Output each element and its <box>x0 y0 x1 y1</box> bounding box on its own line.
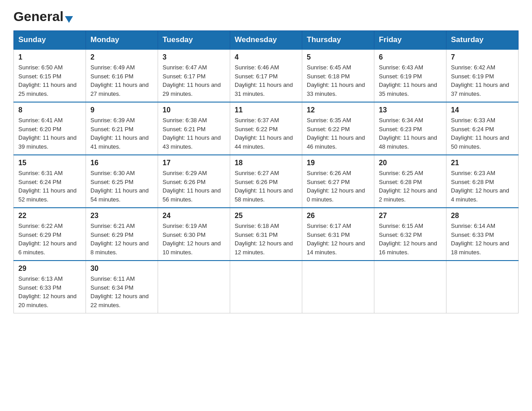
logo-triangle-icon <box>65 16 73 23</box>
week-row-3: 15Sunrise: 6:31 AMSunset: 6:24 PMDayligh… <box>14 155 519 208</box>
day-number: 16 <box>90 159 153 167</box>
day-info: Sunrise: 6:47 AMSunset: 6:17 PMDaylight:… <box>163 63 225 98</box>
day-info: Sunrise: 6:11 AMSunset: 6:34 PMDaylight:… <box>90 274 153 309</box>
day-info: Sunrise: 6:35 AMSunset: 6:22 PMDaylight:… <box>307 116 369 151</box>
day-number: 10 <box>163 106 225 114</box>
day-info: Sunrise: 6:34 AMSunset: 6:23 PMDaylight:… <box>379 116 442 151</box>
logo-general: General <box>13 9 64 24</box>
day-info: Sunrise: 6:17 AMSunset: 6:31 PMDaylight:… <box>307 222 369 257</box>
day-info: Sunrise: 6:31 AMSunset: 6:24 PMDaylight:… <box>18 169 81 204</box>
weekday-header-thursday: Thursday <box>302 31 374 50</box>
day-cell-22: 22Sunrise: 6:22 AMSunset: 6:29 PMDayligh… <box>14 208 86 261</box>
day-cell-11: 11Sunrise: 6:37 AMSunset: 6:22 PMDayligh… <box>230 102 302 155</box>
day-number: 24 <box>163 212 225 220</box>
day-info: Sunrise: 6:15 AMSunset: 6:32 PMDaylight:… <box>379 222 442 257</box>
empty-cell <box>374 261 446 313</box>
day-cell-6: 6Sunrise: 6:43 AMSunset: 6:19 PMDaylight… <box>374 49 446 102</box>
day-number: 12 <box>307 106 369 114</box>
day-number: 3 <box>163 53 225 61</box>
day-info: Sunrise: 6:22 AMSunset: 6:29 PMDaylight:… <box>18 222 81 257</box>
day-cell-4: 4Sunrise: 6:46 AMSunset: 6:17 PMDaylight… <box>230 49 302 102</box>
weekday-header-monday: Monday <box>86 31 158 50</box>
day-cell-21: 21Sunrise: 6:23 AMSunset: 6:28 PMDayligh… <box>446 155 519 208</box>
day-cell-20: 20Sunrise: 6:25 AMSunset: 6:28 PMDayligh… <box>374 155 446 208</box>
week-row-5: 29Sunrise: 6:13 AMSunset: 6:33 PMDayligh… <box>14 261 519 313</box>
day-cell-29: 29Sunrise: 6:13 AMSunset: 6:33 PMDayligh… <box>14 261 86 313</box>
weekday-header-saturday: Saturday <box>446 31 519 50</box>
empty-cell <box>446 261 519 313</box>
day-info: Sunrise: 6:42 AMSunset: 6:19 PMDaylight:… <box>451 63 514 98</box>
empty-cell <box>302 261 374 313</box>
day-info: Sunrise: 6:25 AMSunset: 6:28 PMDaylight:… <box>379 169 442 204</box>
day-info: Sunrise: 6:46 AMSunset: 6:17 PMDaylight:… <box>235 63 297 98</box>
day-info: Sunrise: 6:33 AMSunset: 6:24 PMDaylight:… <box>451 116 514 151</box>
day-cell-17: 17Sunrise: 6:29 AMSunset: 6:26 PMDayligh… <box>158 155 230 208</box>
empty-cell <box>158 261 230 313</box>
empty-cell <box>230 261 302 313</box>
day-number: 8 <box>18 106 81 114</box>
day-cell-2: 2Sunrise: 6:49 AMSunset: 6:16 PMDaylight… <box>86 49 158 102</box>
day-number: 28 <box>451 212 514 220</box>
day-cell-10: 10Sunrise: 6:38 AMSunset: 6:21 PMDayligh… <box>158 102 230 155</box>
day-number: 1 <box>18 53 81 61</box>
day-cell-14: 14Sunrise: 6:33 AMSunset: 6:24 PMDayligh… <box>446 102 519 155</box>
day-number: 25 <box>235 212 297 220</box>
day-cell-8: 8Sunrise: 6:41 AMSunset: 6:20 PMDaylight… <box>14 102 86 155</box>
weekday-header-row: SundayMondayTuesdayWednesdayThursdayFrid… <box>14 31 519 50</box>
day-info: Sunrise: 6:39 AMSunset: 6:21 PMDaylight:… <box>90 116 153 151</box>
day-cell-25: 25Sunrise: 6:18 AMSunset: 6:31 PMDayligh… <box>230 208 302 261</box>
week-row-2: 8Sunrise: 6:41 AMSunset: 6:20 PMDaylight… <box>14 102 519 155</box>
day-info: Sunrise: 6:50 AMSunset: 6:15 PMDaylight:… <box>18 63 81 98</box>
day-info: Sunrise: 6:30 AMSunset: 6:25 PMDaylight:… <box>90 169 153 204</box>
day-cell-23: 23Sunrise: 6:21 AMSunset: 6:29 PMDayligh… <box>86 208 158 261</box>
day-number: 23 <box>90 212 153 220</box>
day-number: 2 <box>90 53 153 61</box>
day-cell-1: 1Sunrise: 6:50 AMSunset: 6:15 PMDaylight… <box>14 49 86 102</box>
day-number: 6 <box>379 53 442 61</box>
day-number: 11 <box>235 106 297 114</box>
day-info: Sunrise: 6:41 AMSunset: 6:20 PMDaylight:… <box>18 116 81 151</box>
day-info: Sunrise: 6:43 AMSunset: 6:19 PMDaylight:… <box>379 63 442 98</box>
day-cell-26: 26Sunrise: 6:17 AMSunset: 6:31 PMDayligh… <box>302 208 374 261</box>
day-number: 5 <box>307 53 369 61</box>
day-number: 29 <box>18 265 81 273</box>
day-cell-3: 3Sunrise: 6:47 AMSunset: 6:17 PMDaylight… <box>158 49 230 102</box>
day-cell-15: 15Sunrise: 6:31 AMSunset: 6:24 PMDayligh… <box>14 155 86 208</box>
day-info: Sunrise: 6:18 AMSunset: 6:31 PMDaylight:… <box>235 222 297 257</box>
day-number: 13 <box>379 106 442 114</box>
day-info: Sunrise: 6:26 AMSunset: 6:27 PMDaylight:… <box>307 169 369 204</box>
day-cell-16: 16Sunrise: 6:30 AMSunset: 6:25 PMDayligh… <box>86 155 158 208</box>
day-number: 27 <box>379 212 442 220</box>
day-info: Sunrise: 6:19 AMSunset: 6:30 PMDaylight:… <box>163 222 225 257</box>
day-info: Sunrise: 6:38 AMSunset: 6:21 PMDaylight:… <box>163 116 225 151</box>
day-cell-5: 5Sunrise: 6:45 AMSunset: 6:18 PMDaylight… <box>302 49 374 102</box>
day-number: 21 <box>451 159 514 167</box>
day-info: Sunrise: 6:37 AMSunset: 6:22 PMDaylight:… <box>235 116 297 151</box>
day-cell-13: 13Sunrise: 6:34 AMSunset: 6:23 PMDayligh… <box>374 102 446 155</box>
calendar-table: SundayMondayTuesdayWednesdayThursdayFrid… <box>13 30 519 313</box>
day-cell-19: 19Sunrise: 6:26 AMSunset: 6:27 PMDayligh… <box>302 155 374 208</box>
day-info: Sunrise: 6:23 AMSunset: 6:28 PMDaylight:… <box>451 169 514 204</box>
day-info: Sunrise: 6:13 AMSunset: 6:33 PMDaylight:… <box>18 274 81 309</box>
week-row-1: 1Sunrise: 6:50 AMSunset: 6:15 PMDaylight… <box>14 49 519 102</box>
day-number: 4 <box>235 53 297 61</box>
day-cell-28: 28Sunrise: 6:14 AMSunset: 6:33 PMDayligh… <box>446 208 519 261</box>
day-number: 17 <box>163 159 225 167</box>
day-info: Sunrise: 6:45 AMSunset: 6:18 PMDaylight:… <box>307 63 369 98</box>
day-info: Sunrise: 6:29 AMSunset: 6:26 PMDaylight:… <box>163 169 225 204</box>
day-cell-12: 12Sunrise: 6:35 AMSunset: 6:22 PMDayligh… <box>302 102 374 155</box>
day-number: 15 <box>18 159 81 167</box>
week-row-4: 22Sunrise: 6:22 AMSunset: 6:29 PMDayligh… <box>14 208 519 261</box>
day-number: 20 <box>379 159 442 167</box>
day-info: Sunrise: 6:49 AMSunset: 6:16 PMDaylight:… <box>90 63 153 98</box>
weekday-header-wednesday: Wednesday <box>230 31 302 50</box>
day-info: Sunrise: 6:21 AMSunset: 6:29 PMDaylight:… <box>90 222 153 257</box>
day-cell-18: 18Sunrise: 6:27 AMSunset: 6:26 PMDayligh… <box>230 155 302 208</box>
day-cell-24: 24Sunrise: 6:19 AMSunset: 6:30 PMDayligh… <box>158 208 230 261</box>
weekday-header-friday: Friday <box>374 31 446 50</box>
day-number: 7 <box>451 53 514 61</box>
day-number: 26 <box>307 212 369 220</box>
day-number: 19 <box>307 159 369 167</box>
day-number: 14 <box>451 106 514 114</box>
weekday-header-tuesday: Tuesday <box>158 31 230 50</box>
